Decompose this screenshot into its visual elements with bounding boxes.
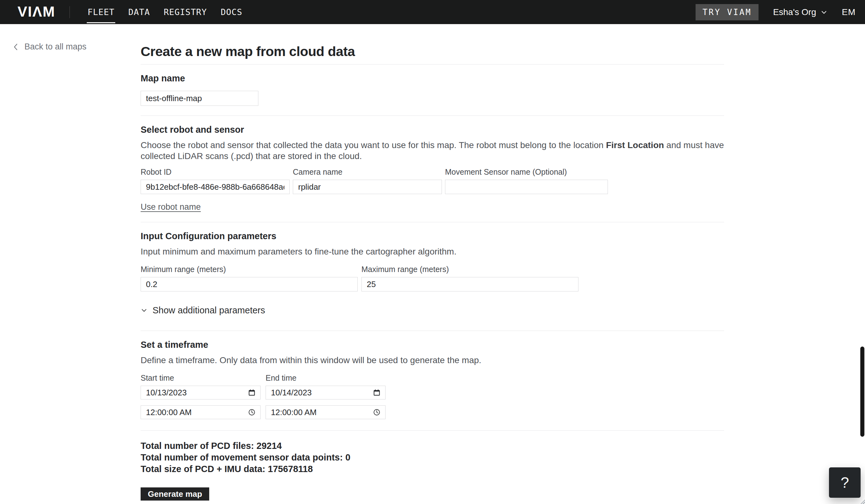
- generate-map-button[interactable]: Generate map: [141, 488, 209, 501]
- robot-id-input[interactable]: [141, 180, 290, 194]
- end-date-input[interactable]: [266, 386, 385, 399]
- main-content: Create a new map from cloud data Map nam…: [141, 44, 724, 504]
- timeframe-heading: Set a timeframe: [141, 339, 724, 350]
- show-additional-label: Show additional parameters: [152, 305, 265, 316]
- nav-item-data[interactable]: DATA: [128, 8, 150, 16]
- back-to-maps-link[interactable]: Back to all maps: [12, 42, 86, 52]
- robot-id-field: Robot ID: [141, 167, 290, 194]
- timeframe-description: Define a timeframe. Only data from withi…: [141, 355, 724, 366]
- chevron-left-icon: [12, 43, 19, 51]
- show-additional-parameters-toggle[interactable]: Show additional parameters: [141, 305, 724, 316]
- map-name-heading: Map name: [141, 73, 724, 84]
- config-params-description: Input minimum and maximum parameters to …: [141, 246, 724, 257]
- min-range-field: Minimum range (meters): [141, 265, 358, 291]
- movement-sensor-input[interactable]: [445, 180, 608, 194]
- total-movement-points: Total number of movement sensor data poi…: [141, 452, 724, 463]
- clock-icon[interactable]: [247, 408, 256, 417]
- robot-id-label: Robot ID: [141, 167, 290, 177]
- robot-sensor-section: Select robot and sensor Choose the robot…: [141, 124, 724, 212]
- page-title: Create a new map from cloud data: [141, 44, 724, 59]
- robot-fields-row: Robot ID Camera name Movement Sensor nam…: [141, 167, 724, 194]
- camera-name-label: Camera name: [293, 167, 442, 177]
- divider: [141, 116, 724, 116]
- end-date-field: [266, 386, 385, 399]
- start-time-input[interactable]: [141, 406, 261, 419]
- org-name: Esha's Org: [773, 7, 816, 17]
- time-grid: Start time End time: [141, 373, 724, 419]
- chevron-down-icon: [141, 307, 148, 314]
- top-navbar: VIΛM FLEET DATA REGISTRY DOCS TRY VIAM E…: [0, 0, 865, 24]
- nav-item-docs[interactable]: DOCS: [221, 8, 242, 16]
- movement-sensor-label: Movement Sensor name (Optional): [445, 167, 608, 177]
- divider: [141, 222, 724, 222]
- total-data-size: Total size of PCD + IMU data: 175678118: [141, 463, 724, 475]
- config-params-section: Input Configuration parameters Input min…: [141, 231, 724, 316]
- robot-sensor-description: Choose the robot and sensor that collect…: [141, 140, 724, 162]
- location-name: First Location: [606, 140, 664, 150]
- try-viam-button[interactable]: TRY VIAM: [695, 4, 759, 20]
- end-time-field: [266, 406, 385, 419]
- end-time-label: End time: [266, 373, 385, 383]
- navbar-right: TRY VIAM Esha's Org EM: [695, 4, 856, 20]
- end-time-column: End time: [266, 373, 385, 419]
- viam-logo[interactable]: VIΛM: [18, 4, 55, 19]
- map-name-input[interactable]: [141, 91, 258, 106]
- end-time-input[interactable]: [266, 406, 385, 419]
- start-date-field: [141, 386, 261, 399]
- camera-name-field: Camera name: [293, 167, 442, 194]
- nav-item-fleet[interactable]: FLEET: [88, 8, 114, 16]
- min-range-label: Minimum range (meters): [141, 265, 358, 274]
- use-robot-name-link[interactable]: Use robot name: [141, 202, 201, 212]
- robot-sensor-heading: Select robot and sensor: [141, 124, 724, 135]
- start-time-column: Start time: [141, 373, 261, 419]
- max-range-input[interactable]: [361, 277, 578, 291]
- map-name-section: Map name: [141, 73, 724, 106]
- resize-grip-icon: [860, 499, 865, 504]
- min-range-input[interactable]: [141, 277, 358, 291]
- chevron-down-icon: [820, 9, 828, 16]
- camera-name-input[interactable]: [293, 180, 442, 194]
- help-button[interactable]: ?: [829, 467, 861, 498]
- timeframe-section: Set a timeframe Define a timeframe. Only…: [141, 339, 724, 419]
- org-switcher[interactable]: Esha's Org: [773, 7, 828, 17]
- nav-item-registry[interactable]: REGISTRY: [164, 8, 207, 16]
- calendar-icon[interactable]: [247, 388, 256, 397]
- start-time-label: Start time: [141, 373, 261, 383]
- user-menu[interactable]: EM: [842, 7, 856, 17]
- calendar-icon[interactable]: [372, 388, 381, 397]
- movement-sensor-field: Movement Sensor name (Optional): [445, 167, 608, 194]
- clock-icon[interactable]: [372, 408, 381, 417]
- back-link-label: Back to all maps: [24, 42, 86, 52]
- totals-summary: Total number of PCD files: 29214 Total n…: [141, 440, 724, 475]
- divider: [141, 64, 724, 65]
- start-time-field: [141, 406, 261, 419]
- range-row: Minimum range (meters) Maximum range (me…: [141, 265, 724, 291]
- start-date-input[interactable]: [141, 386, 261, 399]
- max-range-label: Maximum range (meters): [361, 265, 578, 274]
- total-pcd-files: Total number of PCD files: 29214: [141, 440, 724, 452]
- config-params-heading: Input Configuration parameters: [141, 231, 724, 242]
- scrollbar-thumb[interactable]: [860, 347, 864, 437]
- max-range-field: Maximum range (meters): [361, 265, 578, 291]
- primary-nav: FLEET DATA REGISTRY DOCS: [88, 8, 242, 16]
